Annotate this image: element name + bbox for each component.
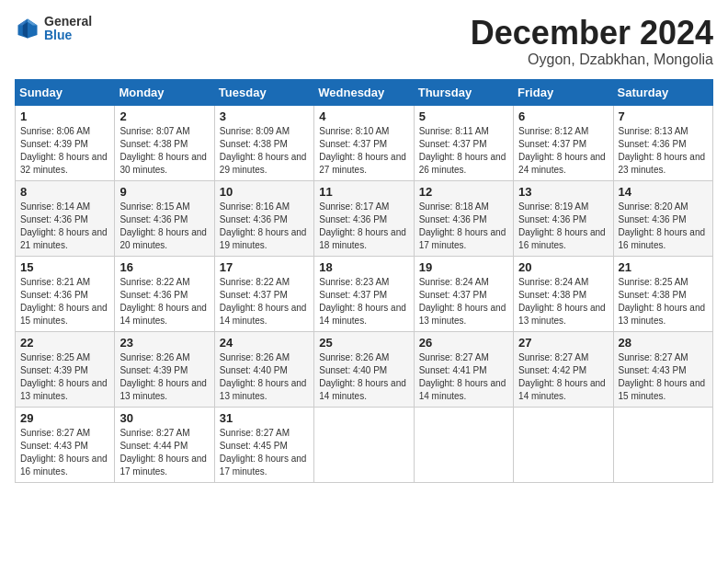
calendar-cell: 24Sunrise: 8:26 AMSunset: 4:40 PMDayligh…	[214, 331, 313, 407]
day-number: 25	[319, 336, 408, 350]
day-number: 17	[220, 260, 309, 274]
calendar-cell: 19Sunrise: 8:24 AMSunset: 4:37 PMDayligh…	[414, 256, 513, 331]
page-wrapper: General Blue December 2024 Oygon, Dzabkh…	[15, 15, 713, 483]
day-info: Sunrise: 8:10 AMSunset: 4:37 PMDaylight:…	[319, 125, 408, 177]
day-number: 24	[220, 336, 309, 350]
day-info: Sunrise: 8:27 AMSunset: 4:43 PMDaylight:…	[20, 427, 109, 478]
day-info: Sunrise: 8:26 AMSunset: 4:40 PMDaylight:…	[319, 351, 408, 403]
day-info: Sunrise: 8:26 AMSunset: 4:39 PMDaylight:…	[119, 351, 209, 403]
weekday-header-friday: Friday	[514, 79, 613, 105]
calendar-cell: 14Sunrise: 8:20 AMSunset: 4:36 PMDayligh…	[613, 180, 712, 256]
weekday-header-sunday: Sunday	[16, 79, 115, 105]
day-number: 30	[119, 411, 209, 425]
calendar-cell	[414, 407, 513, 482]
calendar-cell	[613, 407, 712, 482]
weekday-header-tuesday: Tuesday	[214, 79, 313, 105]
calendar-cell: 27Sunrise: 8:27 AMSunset: 4:42 PMDayligh…	[514, 331, 613, 407]
day-info: Sunrise: 8:11 AMSunset: 4:37 PMDaylight:…	[419, 125, 508, 177]
calendar-cell	[314, 407, 414, 482]
day-number: 13	[518, 185, 608, 199]
day-number: 19	[419, 260, 508, 274]
day-number: 22	[20, 336, 109, 350]
calendar-cell: 31Sunrise: 8:27 AMSunset: 4:45 PMDayligh…	[214, 407, 313, 482]
day-number: 7	[619, 109, 708, 123]
day-number: 21	[619, 260, 708, 274]
day-info: Sunrise: 8:07 AMSunset: 4:38 PMDaylight:…	[119, 125, 209, 177]
day-info: Sunrise: 8:09 AMSunset: 4:38 PMDaylight:…	[220, 125, 309, 177]
header: General Blue December 2024 Oygon, Dzabkh…	[15, 15, 713, 68]
calendar-cell: 26Sunrise: 8:27 AMSunset: 4:41 PMDayligh…	[414, 331, 513, 407]
weekday-header-row: SundayMondayTuesdayWednesdayThursdayFrid…	[16, 79, 713, 105]
calendar-cell: 20Sunrise: 8:24 AMSunset: 4:38 PMDayligh…	[514, 256, 613, 331]
weekday-header-thursday: Thursday	[414, 79, 513, 105]
calendar-cell: 7Sunrise: 8:13 AMSunset: 4:36 PMDaylight…	[613, 105, 712, 180]
day-number: 9	[119, 185, 209, 199]
calendar: SundayMondayTuesdayWednesdayThursdayFrid…	[15, 79, 713, 483]
calendar-cell: 25Sunrise: 8:26 AMSunset: 4:40 PMDayligh…	[314, 331, 414, 407]
logo-blue-text: Blue	[44, 29, 92, 42]
calendar-cell: 21Sunrise: 8:25 AMSunset: 4:38 PMDayligh…	[613, 256, 712, 331]
day-number: 14	[619, 185, 708, 199]
day-number: 6	[518, 109, 608, 123]
calendar-cell: 6Sunrise: 8:12 AMSunset: 4:37 PMDaylight…	[514, 105, 613, 180]
day-info: Sunrise: 8:19 AMSunset: 4:36 PMDaylight:…	[518, 201, 608, 252]
logo-general-text: General	[44, 15, 92, 29]
day-info: Sunrise: 8:26 AMSunset: 4:40 PMDaylight:…	[220, 351, 309, 403]
day-info: Sunrise: 8:20 AMSunset: 4:36 PMDaylight:…	[619, 201, 708, 252]
calendar-cell: 5Sunrise: 8:11 AMSunset: 4:37 PMDaylight…	[414, 105, 513, 180]
day-info: Sunrise: 8:27 AMSunset: 4:43 PMDaylight:…	[619, 351, 708, 403]
calendar-header: SundayMondayTuesdayWednesdayThursdayFrid…	[16, 79, 713, 105]
calendar-cell: 10Sunrise: 8:16 AMSunset: 4:36 PMDayligh…	[214, 180, 313, 256]
day-info: Sunrise: 8:14 AMSunset: 4:36 PMDaylight:…	[20, 201, 109, 252]
calendar-cell: 23Sunrise: 8:26 AMSunset: 4:39 PMDayligh…	[115, 331, 214, 407]
day-number: 10	[220, 185, 309, 199]
day-info: Sunrise: 8:27 AMSunset: 4:45 PMDaylight:…	[220, 427, 309, 478]
calendar-cell: 8Sunrise: 8:14 AMSunset: 4:36 PMDaylight…	[16, 180, 115, 256]
calendar-cell: 18Sunrise: 8:23 AMSunset: 4:37 PMDayligh…	[314, 256, 414, 331]
day-info: Sunrise: 8:18 AMSunset: 4:36 PMDaylight:…	[419, 201, 508, 252]
day-number: 12	[419, 185, 508, 199]
calendar-cell: 29Sunrise: 8:27 AMSunset: 4:43 PMDayligh…	[16, 407, 115, 482]
calendar-cell: 22Sunrise: 8:25 AMSunset: 4:39 PMDayligh…	[16, 331, 115, 407]
day-number: 28	[619, 336, 708, 350]
calendar-week-row: 29Sunrise: 8:27 AMSunset: 4:43 PMDayligh…	[16, 407, 713, 482]
day-info: Sunrise: 8:22 AMSunset: 4:37 PMDaylight:…	[220, 276, 309, 327]
day-number: 11	[319, 185, 408, 199]
day-number: 20	[518, 260, 608, 274]
day-number: 18	[319, 260, 408, 274]
day-number: 15	[20, 260, 109, 274]
day-number: 31	[220, 411, 309, 425]
day-info: Sunrise: 8:22 AMSunset: 4:36 PMDaylight:…	[119, 276, 209, 327]
calendar-cell: 3Sunrise: 8:09 AMSunset: 4:38 PMDaylight…	[214, 105, 313, 180]
calendar-cell: 2Sunrise: 8:07 AMSunset: 4:38 PMDaylight…	[115, 105, 214, 180]
day-number: 1	[20, 109, 109, 123]
title-area: December 2024 Oygon, Dzabkhan, Mongolia	[471, 15, 713, 68]
day-info: Sunrise: 8:27 AMSunset: 4:42 PMDaylight:…	[518, 351, 608, 403]
day-number: 2	[119, 109, 209, 123]
day-info: Sunrise: 8:21 AMSunset: 4:36 PMDaylight:…	[20, 276, 109, 327]
calendar-cell: 12Sunrise: 8:18 AMSunset: 4:36 PMDayligh…	[414, 180, 513, 256]
calendar-week-row: 15Sunrise: 8:21 AMSunset: 4:36 PMDayligh…	[16, 256, 713, 331]
weekday-header-wednesday: Wednesday	[314, 79, 414, 105]
day-info: Sunrise: 8:13 AMSunset: 4:36 PMDaylight:…	[619, 125, 708, 177]
calendar-cell: 16Sunrise: 8:22 AMSunset: 4:36 PMDayligh…	[115, 256, 214, 331]
calendar-cell: 9Sunrise: 8:15 AMSunset: 4:36 PMDaylight…	[115, 180, 214, 256]
month-title: December 2024	[471, 15, 713, 52]
calendar-cell	[514, 407, 613, 482]
day-info: Sunrise: 8:06 AMSunset: 4:39 PMDaylight:…	[20, 125, 109, 177]
day-number: 3	[220, 109, 309, 123]
day-info: Sunrise: 8:25 AMSunset: 4:38 PMDaylight:…	[619, 276, 708, 327]
logo-icon	[15, 16, 40, 41]
day-info: Sunrise: 8:24 AMSunset: 4:37 PMDaylight:…	[419, 276, 508, 327]
day-info: Sunrise: 8:17 AMSunset: 4:36 PMDaylight:…	[319, 201, 408, 252]
day-number: 16	[119, 260, 209, 274]
day-info: Sunrise: 8:27 AMSunset: 4:44 PMDaylight:…	[119, 427, 209, 478]
day-info: Sunrise: 8:25 AMSunset: 4:39 PMDaylight:…	[20, 351, 109, 403]
day-number: 27	[518, 336, 608, 350]
calendar-cell: 1Sunrise: 8:06 AMSunset: 4:39 PMDaylight…	[16, 105, 115, 180]
calendar-week-row: 1Sunrise: 8:06 AMSunset: 4:39 PMDaylight…	[16, 105, 713, 180]
day-info: Sunrise: 8:15 AMSunset: 4:36 PMDaylight:…	[119, 201, 209, 252]
calendar-cell: 30Sunrise: 8:27 AMSunset: 4:44 PMDayligh…	[115, 407, 214, 482]
day-info: Sunrise: 8:16 AMSunset: 4:36 PMDaylight:…	[220, 201, 309, 252]
calendar-cell: 15Sunrise: 8:21 AMSunset: 4:36 PMDayligh…	[16, 256, 115, 331]
